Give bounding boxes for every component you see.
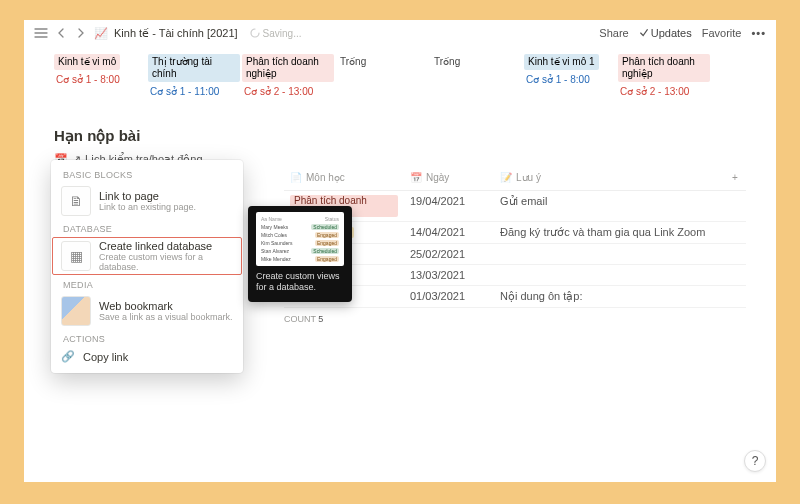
slash-item-link-to-page[interactable]: 🗎 Link to pageLink to an existing page. bbox=[51, 182, 243, 220]
favorite-button[interactable]: Favorite bbox=[702, 27, 742, 39]
slash-item-linked-database[interactable]: ▦ Create linked databaseCreate custom vi… bbox=[51, 236, 243, 276]
table-count: COUNT 5 bbox=[284, 308, 746, 324]
card-title: Trống bbox=[336, 54, 370, 70]
tooltip-text: Create custom views for a database. bbox=[256, 271, 344, 294]
table-row[interactable]: oanh nghiệp14/04/2021Đăng ký trước và th… bbox=[284, 222, 746, 244]
tooltip-preview: Aa NameStatusMary MeeksScheduledMitch Co… bbox=[256, 212, 344, 266]
cell-date: 13/03/2021 bbox=[404, 265, 494, 285]
page-emoji-icon: 📈 bbox=[94, 27, 108, 40]
slash-item-tooltip: Aa NameStatusMary MeeksScheduledMitch Co… bbox=[248, 206, 352, 302]
updates-button[interactable]: Updates bbox=[639, 27, 692, 39]
saving-indicator: Saving... bbox=[250, 28, 302, 39]
cell-date: 19/04/2021 bbox=[404, 191, 494, 221]
schedule-card[interactable]: Kinh tế vi môCơ sở 1 - 8:00 bbox=[54, 54, 146, 97]
card-title: Kinh tế vi mô bbox=[54, 54, 120, 70]
table: 📄Môn học 📅Ngày 📝Lưu ý + Phân tích doanh … bbox=[284, 168, 746, 324]
card-title: Phân tích doanh nghiệp bbox=[242, 54, 334, 82]
more-icon[interactable]: ••• bbox=[751, 27, 766, 39]
slash-item-web-bookmark[interactable]: Web bookmarkSave a link as a visual book… bbox=[51, 292, 243, 330]
page-title: Kinh tế - Tài chính [2021] bbox=[114, 27, 238, 40]
table-row[interactable]: Phân tích doanh nghiệp19/04/2021Gửi emai… bbox=[284, 191, 746, 222]
card-subtitle: Cơ sở 2 - 13:00 bbox=[242, 82, 334, 97]
share-button[interactable]: Share bbox=[599, 27, 628, 39]
cell-note bbox=[494, 244, 746, 264]
card-subtitle: Cơ sở 1 - 8:00 bbox=[524, 70, 616, 85]
cell-date: 25/02/2021 bbox=[404, 244, 494, 264]
cell-date: 14/04/2021 bbox=[404, 222, 494, 243]
copy-link-icon: 🔗 bbox=[61, 350, 75, 363]
help-button[interactable]: ? bbox=[744, 450, 766, 472]
card-subtitle: Cơ sở 1 - 8:00 bbox=[54, 70, 146, 85]
cell-date: 01/03/2021 bbox=[404, 286, 494, 307]
forward-icon[interactable] bbox=[74, 26, 88, 40]
schedule-card[interactable]: Phân tích doanh nghiệpCơ sở 2 - 13:00 bbox=[618, 54, 710, 97]
breadcrumb[interactable]: 📈 Kinh tế - Tài chính [2021] bbox=[94, 27, 238, 40]
slash-section-media: MEDIA bbox=[51, 276, 243, 292]
schedule-card[interactable]: Trống bbox=[430, 54, 522, 97]
column-subject[interactable]: 📄Môn học bbox=[284, 168, 404, 187]
table-row[interactable]: ài chính25/02/2021 bbox=[284, 244, 746, 265]
card-subtitle: Cơ sở 2 - 13:00 bbox=[618, 82, 710, 97]
slash-section-actions: ACTIONS bbox=[51, 330, 243, 346]
back-icon[interactable] bbox=[54, 26, 68, 40]
topbar: 📈 Kinh tế - Tài chính [2021] Saving... S… bbox=[24, 20, 776, 46]
cell-note: Gửi email bbox=[494, 191, 746, 221]
section-heading: Hạn nộp bài bbox=[54, 127, 746, 145]
card-title: Kinh tế vi mô 1 bbox=[524, 54, 599, 70]
link-page-icon: 🗎 bbox=[61, 186, 91, 216]
schedule-cards-row: Kinh tế vi môCơ sở 1 - 8:00Thị trường tà… bbox=[54, 46, 746, 97]
card-title: Thị trường tài chính bbox=[148, 54, 240, 82]
app-frame: 📈 Kinh tế - Tài chính [2021] Saving... S… bbox=[24, 20, 776, 482]
schedule-card[interactable]: Kinh tế vi mô 1Cơ sở 1 - 8:00 bbox=[524, 54, 616, 97]
table-row[interactable]: 13/03/2021 bbox=[284, 265, 746, 286]
column-note[interactable]: 📝Lưu ý bbox=[494, 168, 726, 187]
cell-note: Đăng ký trước và tham gia qua Link Zoom bbox=[494, 222, 746, 243]
schedule-card[interactable]: Phân tích doanh nghiệpCơ sở 2 - 13:00 bbox=[242, 54, 334, 97]
schedule-card[interactable]: Trống bbox=[336, 54, 428, 97]
slash-section-database: DATABASE bbox=[51, 220, 243, 236]
slash-command-menu: BASIC BLOCKS 🗎 Link to pageLink to an ex… bbox=[51, 160, 243, 373]
sidebar-toggle-icon[interactable] bbox=[34, 26, 48, 40]
slash-item-copy-link[interactable]: 🔗 Copy link bbox=[51, 346, 243, 367]
table-row[interactable]: 01/03/2021Nội dung ôn tập: bbox=[284, 286, 746, 308]
bookmark-icon bbox=[61, 296, 91, 326]
linked-db-icon: ▦ bbox=[61, 241, 91, 271]
column-date[interactable]: 📅Ngày bbox=[404, 168, 494, 187]
add-column-button[interactable]: + bbox=[726, 168, 746, 187]
content: Kinh tế vi môCơ sở 1 - 8:00Thị trường tà… bbox=[24, 46, 776, 166]
card-title: Trống bbox=[430, 54, 464, 70]
card-title: Phân tích doanh nghiệp bbox=[618, 54, 710, 82]
cell-note: Nội dung ôn tập: bbox=[494, 286, 746, 307]
cell-note bbox=[494, 265, 746, 285]
slash-section-basic: BASIC BLOCKS bbox=[51, 166, 243, 182]
card-subtitle: Cơ sở 1 - 11:00 bbox=[148, 82, 240, 97]
schedule-card[interactable]: Thị trường tài chínhCơ sở 1 - 11:00 bbox=[148, 54, 240, 97]
